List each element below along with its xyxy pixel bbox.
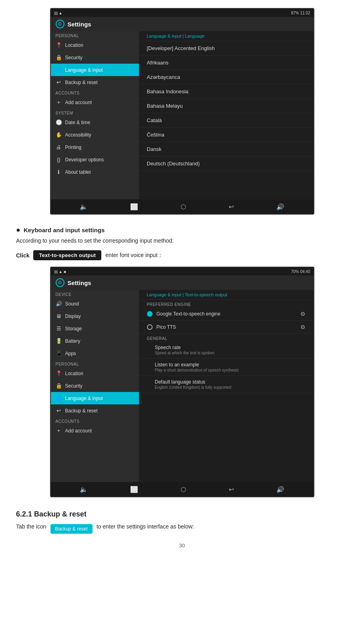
engine-google-settings-icon[interactable]: ⚙: [300, 311, 306, 317]
sidebar-item-location-2[interactable]: 📍 Location: [51, 367, 139, 380]
nav-home-2[interactable]: ⬡: [177, 484, 189, 495]
sidebar-item-accessibility-1[interactable]: ✋ Accessibility: [51, 129, 139, 141]
printing-icon-1: 🖨: [56, 144, 62, 150]
apps-icon-2: 📱: [56, 350, 62, 356]
section1-title: Keyboard and input settings: [24, 227, 105, 233]
accounts-label-2: ACCOUNTS: [51, 417, 139, 424]
general-label: GENERAL: [139, 334, 314, 342]
sidebar-label-printing-1: Printing: [65, 145, 82, 150]
sidebar-item-location-1[interactable]: 📍 Location: [51, 39, 139, 51]
bullet-icon: ●: [16, 226, 20, 234]
lang-item-3[interactable]: Bahasa Indonesia: [139, 84, 314, 99]
lang-item-1[interactable]: Afrikaans: [139, 56, 314, 70]
settings-body-1: PERSONAL 📍 Location 🔒 Security 🌐 Languag…: [51, 31, 314, 199]
nav-menu-1[interactable]: ⬜: [127, 201, 141, 212]
lang-item-0[interactable]: [Developer] Accented English: [139, 41, 314, 56]
sidebar-label-storage-2: Storage: [65, 326, 82, 332]
sidebar-item-add-account-2[interactable]: + Add account: [51, 424, 139, 437]
general-speech-rate[interactable]: Speech rate Speed at which the text is s…: [139, 342, 314, 359]
engine-google[interactable]: Google Text-to-speech engine ⚙: [139, 307, 314, 321]
status-bar-left-2: ▤ ▲ ■: [54, 269, 66, 274]
sidebar-item-developer-1[interactable]: {} Developer options: [51, 153, 139, 166]
lang-item-7[interactable]: Dansk: [139, 142, 314, 157]
settings-header-1: ⚙ Settings: [51, 17, 314, 31]
page-number: 30: [16, 543, 348, 549]
sidebar-item-battery-2[interactable]: 🔋 Battery: [51, 335, 139, 347]
section2-heading: 6.2.1 Backup & reset: [16, 510, 348, 518]
sidebar-item-security-1[interactable]: 🔒 Security: [51, 51, 139, 64]
display-icon-2: 🖥: [56, 313, 62, 319]
lang-item-8[interactable]: Deutsch (Deutschland): [139, 157, 314, 171]
sidebar-item-printing-1[interactable]: 🖨 Printing: [51, 141, 139, 153]
section1-heading: ● Keyboard and input settings: [16, 226, 348, 234]
sidebar-item-datetime-1[interactable]: 🕐 Date & time: [51, 116, 139, 129]
click-label: Click: [16, 252, 29, 259]
device-label-2: DEVICE: [51, 290, 139, 297]
sidebar-item-display-2[interactable]: 🖥 Display: [51, 310, 139, 322]
add-icon-1: +: [56, 99, 62, 105]
sidebar-label-backup-2: Backup & reset: [65, 408, 98, 414]
backup-icon-2: ↩: [56, 408, 62, 414]
general-default-language[interactable]: Default language status English (United …: [139, 376, 314, 393]
nav-volume-up-2[interactable]: 🔊: [273, 484, 288, 495]
sidebar-item-backup-2[interactable]: ↩ Backup & reset: [51, 404, 139, 417]
sidebar-label-security-1: Security: [65, 55, 82, 60]
lang-item-2[interactable]: Azərbaycanca: [139, 70, 314, 84]
sidebar-item-about-1[interactable]: ℹ About tablet: [51, 166, 139, 178]
engine-pico-settings-icon[interactable]: ⚙: [300, 324, 306, 330]
sidebar-item-sound-2[interactable]: 🔊 Sound: [51, 297, 139, 310]
developer-icon-1: {}: [56, 157, 62, 163]
breadcrumb-main-2: Language & input: [147, 292, 181, 297]
sidebar-label-developer-1: Developer options: [65, 157, 104, 163]
language-icon-2: 🌐: [56, 395, 62, 401]
sidebar-item-language-2[interactable]: 🌐 Language & input: [51, 392, 139, 404]
speech-rate-sub: Speed at which the text is spoken: [155, 351, 306, 355]
click-line: Click Text-to-speech output enter font v…: [16, 250, 348, 260]
security-icon-2: 🔒: [56, 383, 62, 389]
location-icon-1: 📍: [56, 42, 62, 48]
main-content-2: Language & input | Text-to-speech output…: [139, 290, 314, 482]
sidebar-label-accessibility-1: Accessibility: [65, 132, 91, 138]
sidebar-label-location-2: Location: [65, 371, 83, 376]
default-lang-title: Default language status: [155, 379, 306, 385]
breadcrumb-sub-1: Language: [185, 34, 205, 38]
lang-item-6[interactable]: Čeština: [139, 128, 314, 142]
sidebar-item-apps-2[interactable]: 📱 Apps: [51, 347, 139, 360]
sidebar-item-backup-1[interactable]: ↩ Backup & reset: [51, 76, 139, 88]
sidebar-label-add-account-1: Add account: [65, 100, 92, 105]
nav-back-2[interactable]: ↩: [225, 484, 237, 495]
main-content-1: Language & input | Language [Developer] …: [139, 31, 314, 199]
nav-menu-2[interactable]: ⬜: [127, 484, 141, 495]
lang-item-5[interactable]: Català: [139, 113, 314, 128]
sidebar-item-storage-2[interactable]: ☰ Storage: [51, 322, 139, 335]
general-listen-example[interactable]: Listen to an example Play a short demons…: [139, 359, 314, 376]
lang-item-4[interactable]: Bahasa Melayu: [139, 99, 314, 113]
engine-pico[interactable]: Pico TTS ⚙: [139, 321, 314, 334]
nav-volume-down-2[interactable]: 🔈: [76, 484, 91, 495]
wifi-icon-1: ▤ ▲: [54, 11, 63, 15]
screenshot1: ▤ ▲ 87% 11:32 ⚙ Settings PERSONAL 📍 Loca…: [50, 8, 314, 215]
status-bar-left-1: ▤ ▲: [54, 11, 63, 15]
nav-back-1[interactable]: ↩: [225, 201, 237, 212]
click-suffix: enter font voice input：: [105, 252, 163, 259]
sidebar-item-language-1[interactable]: 🌐 Language & input: [51, 64, 139, 76]
settings-title-1: Settings: [68, 21, 91, 28]
sidebar-item-add-account-1[interactable]: + Add account: [51, 96, 139, 109]
backup-reset-button[interactable]: Backup & reset: [50, 524, 93, 534]
nav-home-1[interactable]: ⬡: [177, 201, 189, 212]
about-icon-1: ℹ: [56, 169, 62, 175]
accounts-label-1: ACCOUNTS: [51, 88, 139, 96]
listen-title: Listen to an example: [155, 362, 306, 368]
language-icon-1: 🌐: [56, 67, 62, 73]
radio-pico: [147, 324, 153, 330]
nav-volume-down-1[interactable]: 🔈: [76, 201, 91, 212]
sidebar-label-sound-2: Sound: [65, 301, 79, 307]
breadcrumb-sub-2: Text-to-speech output: [185, 292, 227, 297]
sidebar-label-backup-1: Backup & reset: [65, 80, 98, 85]
status-text-2: 70% 04:40: [291, 269, 310, 274]
sidebar-item-security-2[interactable]: 🔒 Security: [51, 380, 139, 392]
wifi-icon-2: ▤ ▲ ■: [54, 269, 66, 274]
tts-button[interactable]: Text-to-speech output: [33, 250, 101, 260]
nav-volume-up-1[interactable]: 🔊: [273, 201, 288, 212]
sidebar-label-apps-2: Apps: [65, 351, 76, 356]
